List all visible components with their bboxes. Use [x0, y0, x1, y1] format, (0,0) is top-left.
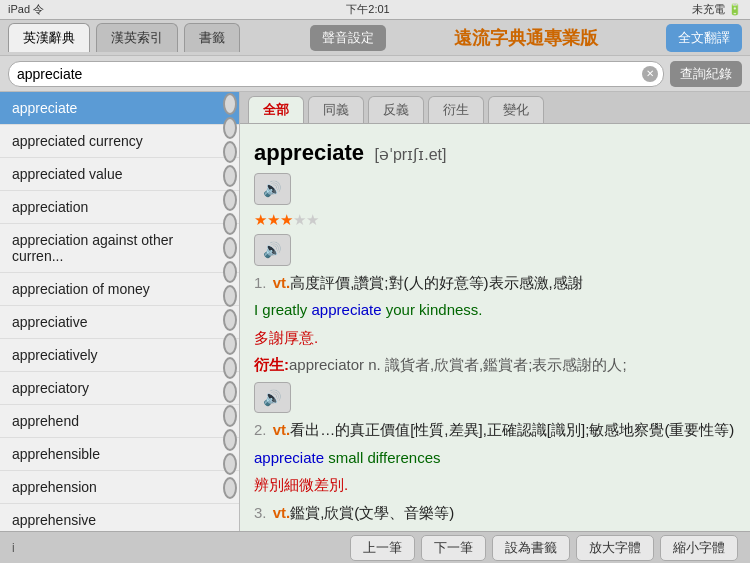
tab-variation[interactable]: 變化 [488, 96, 544, 123]
audio-button[interactable]: 🔊 [254, 173, 291, 205]
list-item[interactable]: appreciation [0, 191, 239, 224]
tab-derivative[interactable]: 衍生 [428, 96, 484, 123]
search-bar: ✕ 查詢紀錄 [0, 56, 750, 92]
audio-button-2[interactable]: 🔊 [254, 234, 291, 266]
def-number: 2. [254, 421, 271, 438]
search-input-wrap: ✕ [8, 61, 664, 87]
tab-english-chinese[interactable]: 英漢辭典 [8, 23, 90, 52]
dict-content: appreciate [əˈprɪʃɪ.et]🔊★★★★★🔊1. vt.高度評價… [240, 124, 750, 531]
status-left: iPad 令 [8, 2, 44, 17]
tab-synonym[interactable]: 同義 [308, 96, 364, 123]
part-of-speech: vt. [273, 504, 291, 521]
status-center: 下午2:01 [346, 2, 389, 17]
status-right: 未充電 🔋 [692, 2, 742, 17]
definition-line: I greatly appreciate your kindness. [254, 297, 736, 323]
list-item[interactable]: appreciation against other curren... [0, 224, 239, 273]
prev-button[interactable]: 上一筆 [350, 535, 415, 561]
entry-word: appreciate [254, 140, 364, 165]
entry-pronunciation: [əˈprɪʃɪ.et] [370, 146, 446, 163]
info-icon: i [12, 541, 15, 555]
part-of-speech: vt. [273, 274, 291, 291]
definition-text: 看出…的真正價值[性質,差異],正確認識[識別];敏感地察覺(重要性等) [290, 421, 734, 438]
audio-button-3[interactable]: 🔊 [254, 382, 291, 414]
definition-line: 衍生:appreciator n. 識貨者,欣賞者,鑑賞者;表示感謝的人; [254, 352, 736, 378]
app-title: 遠流字典通專業版 [454, 26, 598, 50]
list-item[interactable]: apprehensible [0, 438, 239, 471]
entry-title-line: appreciate [əˈprɪʃɪ.et] [254, 134, 736, 171]
list-item[interactable]: appreciate [0, 92, 239, 125]
part-of-speech: vt. [273, 421, 291, 438]
list-item[interactable]: appreciated currency [0, 125, 239, 158]
word-list: appreciateappreciated currencyappreciate… [0, 92, 240, 531]
tab-bookmarks[interactable]: 書籤 [184, 23, 240, 52]
right-panel: 全部 同義 反義 衍生 變化 appreciate [əˈprɪʃɪ.et]🔊★… [240, 92, 750, 531]
bookmark-button[interactable]: 設為書籤 [492, 535, 570, 561]
zoom-in-button[interactable]: 放大字體 [576, 535, 654, 561]
list-item[interactable]: appreciatory [0, 372, 239, 405]
definition-line: 3. vt.鑑賞,欣賞(文學、音樂等) [254, 500, 736, 526]
definition-line: 1. vt.高度評價,讚賞;對(人的好意等)表示感激,感謝 [254, 270, 736, 296]
derivative-label: 衍生: [254, 356, 289, 373]
list-item[interactable]: apprehensive [0, 504, 239, 531]
definition-line: 多謝厚意. [254, 325, 736, 351]
translate-button[interactable]: 全文翻譯 [666, 24, 742, 52]
definition-line: 4. vt.提高…的市價[價格] [254, 527, 736, 531]
def-number: 3. [254, 504, 271, 521]
definition-line: appreciate small differences [254, 445, 736, 471]
zoom-out-button[interactable]: 縮小字體 [660, 535, 738, 561]
tab-chinese-english[interactable]: 漢英索引 [96, 23, 178, 52]
tab-all[interactable]: 全部 [248, 96, 304, 123]
sound-settings-button[interactable]: 聲音設定 [310, 25, 386, 51]
header-bar: 英漢辭典 漢英索引 書籤 聲音設定 遠流字典通專業版 全文翻譯 [0, 20, 750, 56]
definition-text: 鑑賞,欣賞(文學、音樂等) [290, 504, 454, 521]
clear-search-button[interactable]: ✕ [642, 66, 658, 82]
rating-stars[interactable]: ★★★★★ [254, 207, 736, 233]
bottom-buttons: 上一筆 下一筆 設為書籤 放大字體 縮小字體 [350, 535, 738, 561]
dict-tabs: 全部 同義 反義 衍生 變化 [240, 92, 750, 124]
def-number: 1. [254, 274, 271, 291]
highlight-word: appreciate [254, 449, 324, 466]
status-bar: iPad 令 下午2:01 未充電 🔋 [0, 0, 750, 20]
list-item[interactable]: appreciatively [0, 339, 239, 372]
list-item[interactable]: appreciative [0, 306, 239, 339]
list-item[interactable]: apprehension [0, 471, 239, 504]
highlight-word: appreciate [312, 301, 382, 318]
definition-text: 高度評價,讚賞;對(人的好意等)表示感激,感謝 [290, 274, 583, 291]
list-item[interactable]: appreciated value [0, 158, 239, 191]
search-input[interactable] [8, 61, 664, 87]
list-item[interactable]: appreciation of money [0, 273, 239, 306]
main-layout: appreciateappreciated currencyappreciate… [0, 92, 750, 531]
definition-line: 2. vt.看出…的真正價值[性質,差異],正確認識[識別];敏感地察覺(重要性… [254, 417, 736, 443]
next-button[interactable]: 下一筆 [421, 535, 486, 561]
derivative-text: appreciator n. 識貨者,欣賞者,鑑賞者;表示感謝的人; [289, 356, 627, 373]
definition-line: 辨別細微差別. [254, 472, 736, 498]
bottom-bar: i 上一筆 下一筆 設為書籤 放大字體 縮小字體 [0, 531, 750, 563]
tab-antonym[interactable]: 反義 [368, 96, 424, 123]
history-button[interactable]: 查詢紀錄 [670, 61, 742, 87]
word-list-inner: appreciateappreciated currencyappreciate… [0, 92, 239, 531]
list-item[interactable]: apprehend [0, 405, 239, 438]
